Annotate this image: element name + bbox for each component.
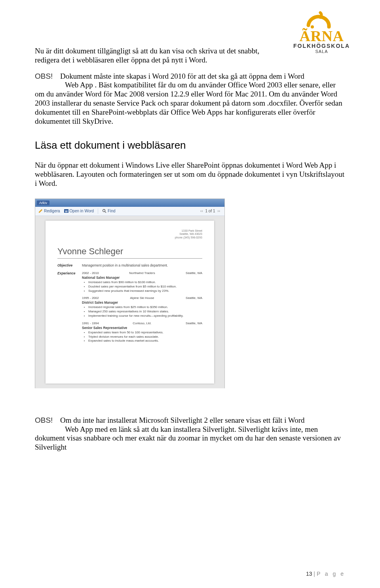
tool-open-in-word[interactable]: W Open in Word: [64, 209, 94, 213]
word-icon: W: [64, 209, 68, 213]
obs2-combined: Web App med en länk så att du kan instal…: [35, 425, 345, 452]
word-webapp-screenshot: Arkiv Redigera W Open in Word Find: [35, 199, 225, 388]
chevron-right-icon[interactable]: ››: [216, 209, 221, 213]
page-number: 13: [306, 571, 312, 577]
shot-titlebar: Arkiv: [35, 199, 224, 207]
shot-surface: 1330 Park Street Seattle, WA 43023 phone…: [35, 216, 224, 388]
obs2-line1: Om du inte har installerat Microsoft Sil…: [60, 416, 305, 424]
page: ÃRNA FOLKHÖGSKOLA SALA Nu är ditt dokume…: [0, 0, 380, 588]
logo-mark-icon: [305, 11, 338, 28]
job-entry: 1995 - 2002 Alpine Ski House Seattle, WA…: [82, 296, 202, 318]
search-icon: [102, 209, 106, 213]
section-heading: Läsa ett dokument i webbläsaren: [35, 139, 345, 151]
tool-edit[interactable]: Redigera: [38, 209, 60, 213]
logo-sub2: SALA: [287, 49, 356, 54]
obs1-combined: Web App . Bäst kompatibilitet får du om …: [35, 81, 345, 126]
page-label: P a g e: [317, 571, 345, 577]
page-footer: 13 | P a g e: [306, 571, 345, 577]
resume-experience-row: Experience 2002 - 2010 Northwind Traders…: [57, 271, 202, 346]
logo-sub1: FOLKHÖGSKOLA: [287, 43, 356, 49]
svg-text:W: W: [65, 210, 68, 213]
shot-file-tab[interactable]: Arkiv: [37, 200, 49, 205]
experience-label: Experience: [57, 271, 82, 346]
obs1-line1: Dokument måste inte skapas i Word 2010 f…: [60, 72, 304, 80]
chevron-left-icon[interactable]: ‹‹: [199, 209, 204, 213]
shot-toolbar: Redigera W Open in Word Find ‹‹ 1 of 1 ›…: [35, 207, 224, 216]
pencil-icon: [38, 209, 43, 213]
experience-content: 2002 - 2010 Northwind Traders Seattle, W…: [82, 271, 202, 346]
svg-line-4: [105, 212, 106, 213]
obs-block-1: OBS! Dokument måste inte skapas i Word 2…: [35, 72, 345, 126]
svg-point-3: [103, 210, 105, 212]
resume-document: 1330 Park Street Seattle, WA 43023 phone…: [46, 221, 214, 384]
obs-block-2: OBS! Om du inte har installerat Microsof…: [35, 416, 345, 452]
job-entry: 1991 - 1994 Contoso, Ltd. Seattle, WA Se…: [82, 321, 202, 343]
resume-objective-row: Objective Management position in a multi…: [57, 263, 202, 267]
section-paragraph: När du öppnar ett dokument i Windows Liv…: [35, 161, 345, 188]
objective-label: Objective: [57, 263, 82, 267]
resume-name: Yvonne Schleger: [57, 246, 202, 259]
job-entry: 2002 - 2010 Northwind Traders Seattle, W…: [82, 271, 202, 293]
school-logo: ÃRNA FOLKHÖGSKOLA SALA: [287, 11, 356, 54]
objective-text: Management position in a multinational s…: [82, 263, 202, 267]
obs-label: OBS!: [35, 72, 59, 81]
resume-header-address: 1330 Park Street Seattle, WA 43023 phone…: [57, 229, 202, 239]
intro-paragraph: Nu är ditt dokument tillgängligt så att …: [35, 47, 276, 65]
tool-find[interactable]: Find: [102, 209, 115, 213]
toolbar-sep: [98, 208, 98, 214]
obs-label: OBS!: [35, 416, 59, 425]
page-indicator: ‹‹ 1 of 1 ››: [199, 209, 221, 213]
logo-brand: ÃRNA: [287, 29, 356, 43]
